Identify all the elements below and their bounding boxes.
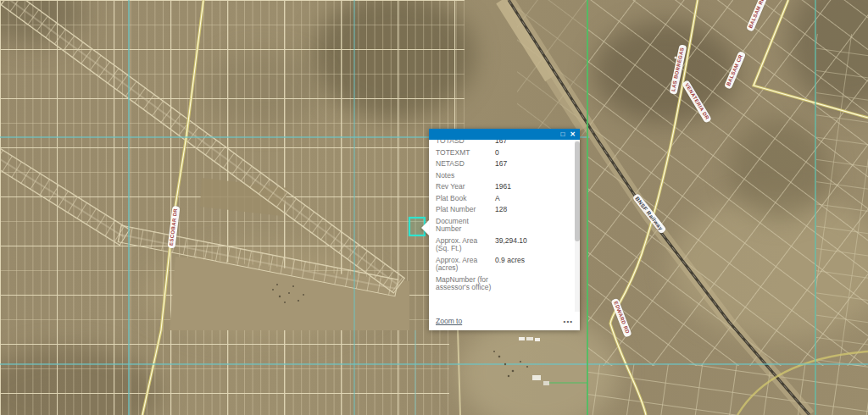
attribute-label: Document Number [436,218,492,234]
attribute-label: Approx. Area (Sq. Ft.) [436,237,492,253]
attribute-value: 0.9 acres [495,257,525,273]
popup-scrollbar[interactable] [575,140,580,312]
close-icon[interactable]: ✕ [570,131,576,138]
popup-caret [421,220,429,235]
attribute-label: Rev Year [436,183,492,191]
attribute-row: TOTEXMT0 [436,147,571,159]
attribute-row: Notes [436,170,571,182]
more-options-button[interactable]: ••• [564,318,573,325]
attribute-row: Document Number [436,216,571,235]
attribute-label: Notes [436,172,492,180]
popup-header: □ ✕ [429,129,580,140]
attribute-row: Approx. Area (acres)0.9 acres [436,255,571,274]
attribute-row: Approx. Area (Sq. Ft.)39,294.10 [436,235,571,255]
attribute-value: 0 [495,149,499,158]
attribute-row: TOTASD167 [436,140,571,147]
attribute-row: Plat BookA [436,193,571,205]
map-application: ESCOBAR DR BNSF Railway EDWARD RD LAS BO… [0,0,868,415]
attribute-label: Plat Number [436,206,492,214]
attribute-value: 167 [495,140,507,146]
popup-scrollbar-thumb[interactable] [575,141,580,241]
attribute-label: Approx. Area (acres) [436,257,492,273]
attribute-label: NETASD [436,160,492,169]
attribute-value: 128 [495,206,507,214]
attribute-value: 1961 [495,183,511,191]
attribute-row: NETASD167 [436,158,571,170]
attribute-value: A [495,195,500,203]
attribute-label: TOTEXMT [436,149,492,158]
attribute-row: MapNumber (for assessor's office) [436,274,571,294]
popup-body: TOTASD167 TOTEXMT0 NETASD167 Notes Rev Y… [429,140,580,312]
attribute-row: Rev Year1961 [436,181,571,193]
attribute-value: 39,294.10 [495,237,527,253]
attribute-label: Plat Book [436,195,492,203]
attribute-value: 167 [495,160,507,169]
popup-footer: Zoom to ••• [429,312,580,330]
attribute-label: TOTASD [436,140,492,146]
attribute-label: MapNumber (for assessor's office) [436,276,492,292]
attribute-row: Plat Number128 [436,204,571,216]
maximize-icon[interactable]: □ [560,131,565,138]
zoom-to-link[interactable]: Zoom to [436,317,462,325]
feature-popup: □ ✕ TOTASD167 TOTEXMT0 NETASD167 Notes R… [429,129,580,330]
